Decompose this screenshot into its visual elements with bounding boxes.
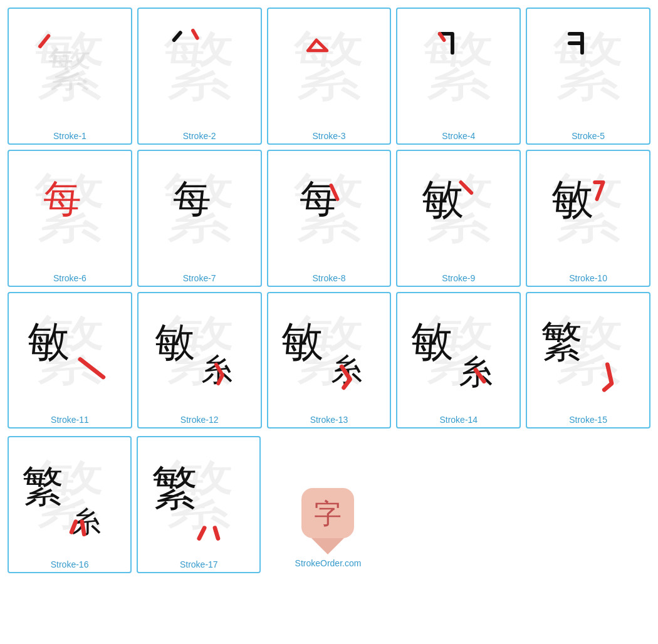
stroke-label-8: Stroke-8: [313, 273, 346, 283]
stroke-label-5: Stroke-5: [572, 131, 605, 141]
stroke-image-13: 繁 敏 糸: [271, 296, 388, 413]
stroke-svg-17: 繁 繁: [147, 446, 252, 551]
svg-text:繁: 繁: [551, 25, 625, 106]
svg-text:繁: 繁: [422, 25, 496, 106]
stroke-cell-14[interactable]: 繁 敏 糸 Stroke-14: [396, 292, 521, 429]
stroke-image-16: 繁 繁 糸: [11, 440, 128, 556]
stroke-label-4: Stroke-4: [442, 131, 475, 141]
svg-text:繁: 繁: [541, 318, 583, 365]
stroke-label-13: Stroke-13: [310, 415, 348, 425]
stroke-image-6: 繁 每: [11, 153, 128, 271]
stroke-image-12: 繁 敏 糸: [141, 296, 258, 413]
stroke-label-14: Stroke-14: [439, 415, 478, 425]
stroke-grid: 繁 繁 Stroke-1 繁 Stroke-2 繁: [0, 0, 658, 436]
svg-text:敏: 敏: [281, 318, 323, 365]
stroke-cell-12[interactable]: 繁 敏 糸 Stroke-12: [137, 292, 262, 429]
stroke-cell-6[interactable]: 繁 每 Stroke-6: [8, 150, 132, 287]
stroke-label-6: Stroke-6: [53, 273, 86, 283]
stroke-cell-4[interactable]: 繁 Stroke-4: [396, 8, 521, 145]
logo-cell: 字 StrokeOrder.com: [266, 436, 390, 573]
stroke-cell-9[interactable]: 繁 敏 Stroke-9: [396, 150, 521, 287]
stroke-label-10: Stroke-10: [569, 273, 607, 283]
stroke-svg-8: 繁 每: [276, 159, 382, 264]
stroke-cell-2[interactable]: 繁 Stroke-2: [137, 8, 262, 145]
svg-text:每: 每: [173, 178, 211, 220]
stroke-image-1: 繁 繁: [11, 11, 128, 128]
stroke-cell-7[interactable]: 繁 每 Stroke-7: [137, 150, 262, 287]
stroke-svg-6: 繁 每: [17, 159, 122, 264]
stroke-cell-5[interactable]: 繁 Stroke-5: [526, 8, 650, 145]
stroke-svg-13: 繁 敏 糸: [276, 301, 382, 407]
stroke-cell-11[interactable]: 繁 敏 Stroke-11: [8, 292, 132, 429]
svg-text:字: 字: [314, 499, 342, 529]
stroke-cell-16[interactable]: 繁 繁 糸 Stroke-16: [8, 436, 132, 573]
stroke-svg-3: 繁: [276, 17, 382, 122]
logo-site-label: StrokeOrder.com: [295, 558, 362, 568]
stroke-cell-8[interactable]: 繁 每 Stroke-8: [267, 150, 392, 287]
svg-text:繁: 繁: [162, 25, 236, 106]
stroke-svg-5: 繁: [536, 17, 641, 122]
stroke-svg-9: 繁 敏: [406, 159, 511, 264]
svg-text:敏: 敏: [411, 318, 453, 365]
svg-text:敏: 敏: [155, 320, 196, 365]
stroke-label-12: Stroke-12: [180, 415, 219, 425]
stroke-cell-17[interactable]: 繁 繁 Stroke-17: [137, 436, 261, 573]
empty-cell-2: [525, 436, 649, 573]
stroke-cell-13[interactable]: 繁 敏 糸 Stroke-13: [267, 292, 392, 429]
svg-text:敏: 敏: [422, 177, 464, 224]
svg-text:繁: 繁: [33, 25, 107, 106]
stroke-image-5: 繁: [530, 11, 647, 128]
stroke-cell-15[interactable]: 繁 繁 Stroke-15: [526, 292, 650, 429]
svg-text:繁: 繁: [292, 25, 366, 106]
stroke-image-3: 繁: [271, 11, 388, 128]
stroke-label-17: Stroke-17: [180, 559, 218, 569]
svg-text:敏: 敏: [551, 177, 593, 224]
stroke-image-11: 繁 敏: [11, 296, 128, 413]
stroke-label-2: Stroke-2: [183, 131, 216, 141]
stroke-image-9: 繁 敏: [400, 153, 517, 271]
svg-text:繁: 繁: [23, 463, 65, 509]
stroke-cell-3[interactable]: 繁 Stroke-3: [267, 8, 392, 145]
stroke-label-16: Stroke-16: [51, 559, 89, 569]
stroke-svg-4: 繁: [406, 17, 511, 122]
empty-cell-1: [395, 436, 520, 573]
stroke-svg-10: 繁 敏: [536, 159, 641, 264]
stroke-svg-2: 繁: [147, 17, 252, 122]
logo-badge-svg: 字: [299, 486, 357, 554]
stroke-image-15: 繁 繁: [530, 296, 647, 413]
stroke-label-7: Stroke-7: [183, 273, 216, 283]
stroke-cell-1[interactable]: 繁 繁 Stroke-1: [8, 8, 132, 145]
svg-marker-42: [311, 538, 344, 554]
stroke-svg-7: 繁 每: [147, 159, 252, 264]
stroke-label-15: Stroke-15: [569, 415, 607, 425]
stroke-label-9: Stroke-9: [442, 273, 475, 283]
svg-text:每: 每: [43, 178, 81, 220]
last-row: 繁 繁 糸 Stroke-16 繁 繁 Stroke-17: [0, 436, 658, 580]
stroke-image-14: 繁 敏 糸: [400, 296, 517, 413]
stroke-svg-11: 繁 敏: [17, 301, 122, 407]
svg-text:敏: 敏: [28, 318, 70, 365]
stroke-label-3: Stroke-3: [313, 131, 346, 141]
stroke-svg-12: 繁 敏 糸: [147, 301, 252, 407]
svg-text:繁: 繁: [152, 462, 198, 514]
stroke-image-17: 繁 繁: [140, 440, 257, 556]
stroke-image-7: 繁 每: [141, 153, 258, 271]
stroke-image-4: 繁: [400, 11, 517, 128]
stroke-svg-14: 繁 敏 糸: [406, 301, 511, 407]
stroke-image-2: 繁: [141, 11, 258, 128]
stroke-cell-10[interactable]: 繁 敏 Stroke-10: [526, 150, 650, 287]
stroke-svg-1: 繁: [17, 17, 122, 122]
stroke-image-10: 繁 敏: [530, 153, 647, 271]
stroke-image-8: 繁 每: [271, 153, 388, 271]
stroke-svg-16: 繁 繁 糸: [17, 446, 122, 551]
stroke-label-11: Stroke-11: [51, 415, 89, 425]
stroke-svg-15: 繁 繁: [536, 301, 641, 407]
stroke-label-1: Stroke-1: [53, 131, 86, 141]
